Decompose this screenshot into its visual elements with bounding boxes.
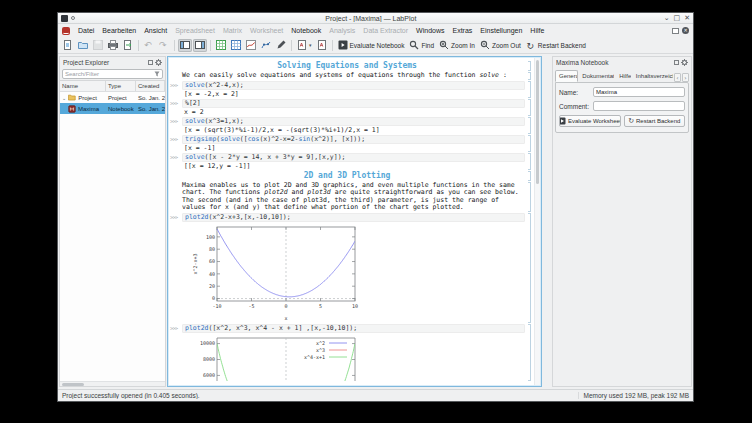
cell-bracket[interactable] <box>528 135 531 152</box>
command-code[interactable]: plot2d(x^2-x+3,[x,-10,10]); <box>182 213 525 222</box>
memory-status: Memory used 192 MB, peak 192 MB <box>578 392 690 399</box>
svg-text:x^2: x^2 <box>316 339 325 345</box>
command-code[interactable]: solve(x^2-4,x); <box>182 81 525 90</box>
dock-float-icon[interactable] <box>674 60 679 65</box>
cell-bracket[interactable] <box>528 99 531 116</box>
menu-item-datei[interactable]: Datei <box>74 26 98 35</box>
menu-item-einstellungen[interactable]: Einstellungen <box>476 26 526 35</box>
search-input[interactable] <box>65 71 154 77</box>
maximize-button[interactable]: □ <box>674 15 681 22</box>
tab-scroll-left-icon[interactable]: ‹ <box>674 73 681 82</box>
tab-general[interactable]: General <box>555 70 578 82</box>
cell-bracket[interactable] <box>528 153 531 170</box>
evaluate-notebook-button[interactable]: Evaluate Notebook <box>336 39 407 52</box>
menu-item-ansicht[interactable]: Ansicht <box>140 26 171 35</box>
menu-item-notebook[interactable]: Notebook <box>287 26 325 35</box>
command-code[interactable]: %[2] <box>182 99 525 108</box>
command-entry[interactable]: >>>%[2] <box>169 99 525 108</box>
find-button[interactable]: Find <box>407 39 436 52</box>
new-project-button[interactable] <box>61 39 75 52</box>
tab-scroll-right-icon[interactable]: › <box>682 73 689 82</box>
caret-down-icon[interactable]: ⌄ <box>62 95 66 101</box>
zoom-out-button[interactable]: Zoom Out <box>478 39 523 52</box>
cell-bracket[interactable] <box>528 72 531 80</box>
tree-row-maxima[interactable]: MaximaNotebookSo. Jan. 2 18: <box>60 103 165 114</box>
new-worksheet-button[interactable] <box>244 39 258 52</box>
print-button[interactable] <box>106 39 120 52</box>
notebook-text-cell[interactable]: We can easily solve equations and system… <box>182 72 525 80</box>
command-entry[interactable]: >>>solve(x^2-4,x); <box>169 81 525 90</box>
mdi-restore-icon[interactable] <box>672 28 679 34</box>
svg-text:60: 60 <box>209 258 215 264</box>
comment-field[interactable] <box>593 101 685 111</box>
menu-item-hilfe[interactable]: Hilfe <box>526 26 548 35</box>
gear-icon[interactable] <box>681 59 688 66</box>
cell-bracket[interactable] <box>528 117 531 134</box>
export-button[interactable] <box>121 39 135 52</box>
tree-column-header-created[interactable]: Created <box>136 81 165 91</box>
tree-column-header-name[interactable]: Name <box>60 81 106 91</box>
tree-cell-created: So. Jan. 2 18: <box>136 95 165 101</box>
minimize-button[interactable]: ⌄ <box>664 15 670 22</box>
toggle-project-explorer-button[interactable] <box>178 39 192 52</box>
new-spreadsheet-button[interactable] <box>214 39 228 52</box>
filter-icon[interactable] <box>154 71 160 77</box>
toggle-properties-explorer-button[interactable] <box>193 39 207 52</box>
name-label: Name: <box>559 89 593 96</box>
open-project-button[interactable] <box>76 39 90 52</box>
tab-hilfe[interactable]: Hilfe <box>615 70 632 82</box>
name-field[interactable] <box>593 87 685 97</box>
command-entry[interactable]: >>>trigsimp(solve([cos(x)^2-x=2-sin(x^2)… <box>169 135 525 144</box>
properties-dock: Maxima Notebook GeneralDokumentationHilf… <box>552 56 692 387</box>
notebook-text-cell[interactable]: Maxima enables us to plot 2D and 3D grap… <box>182 182 525 212</box>
command-entry[interactable]: >>>solve(x^3=1,x); <box>169 117 525 126</box>
tree-cell-type: Notebook <box>106 106 136 112</box>
cell-bracket[interactable] <box>528 213 531 323</box>
menu-item-bearbeiten[interactable]: Bearbeiten <box>98 26 140 35</box>
command-entry[interactable]: >>>plot2d([x^2, x^3, x^4 - x + 1] ,[x,-1… <box>169 324 525 333</box>
command-entry[interactable]: >>>plot2d(x^2-x+3,[x,-10,10]); <box>169 213 525 222</box>
new-live-data-button[interactable] <box>274 39 288 52</box>
cell-bracket[interactable] <box>528 324 531 381</box>
tab-dokumentation[interactable]: Dokumentation <box>578 70 615 82</box>
svg-text:40: 40 <box>209 270 215 276</box>
close-button[interactable]: ✕ <box>684 15 690 22</box>
project-explorer-hscrollbar[interactable] <box>60 381 165 386</box>
command-code[interactable]: trigsimp(solve([cos(x)^2-x=2-sin(x^2)], … <box>182 135 525 144</box>
cell-bracket[interactable] <box>528 81 531 98</box>
zoom-in-button[interactable]: Zoom In <box>437 39 477 52</box>
command-prompt: >>> <box>169 99 182 108</box>
gear-icon[interactable] <box>155 59 162 66</box>
zoom-in-button-label: Zoom In <box>451 42 475 49</box>
restart-backend-button[interactable]: ↻Restart Backend <box>524 39 588 52</box>
notebook-vscrollbar[interactable] <box>534 58 540 385</box>
new-datapicker-button[interactable] <box>259 39 273 52</box>
cell-bracket[interactable] <box>528 61 531 71</box>
tree-row-project[interactable]: ⌄ProjectProjectSo. Jan. 2 18: <box>60 92 165 103</box>
command-code[interactable]: solve(x^3=1,x); <box>182 117 525 126</box>
status-bar: Project successfully opened (in 0.405 se… <box>58 389 693 401</box>
notebook-block: Solving Equations and Systems <box>169 61 533 71</box>
tree-header-row[interactable]: NameTypeCreated <box>60 81 165 92</box>
restart-backend-button[interactable]: ↻ Restart Backend <box>624 115 686 127</box>
panel-right-icon <box>195 40 205 50</box>
save-project-button <box>91 39 105 52</box>
command-prompt: >>> <box>169 117 182 126</box>
new-matrix-button[interactable] <box>229 39 243 52</box>
new-notebook-alt-button[interactable] <box>315 39 329 52</box>
tab-inhaltsverzeichnis[interactable]: Inhaltsverzeichnis <box>632 70 674 82</box>
notebook-heading: 2D and 3D Plotting <box>169 171 525 181</box>
menu-item-extras[interactable]: Extras <box>448 26 476 35</box>
mdi-close-icon[interactable]: ✕ <box>682 27 689 34</box>
command-entry[interactable]: >>>solve([x - 2*y = 14, x + 3*y = 9],[x,… <box>169 153 525 162</box>
cell-bracket[interactable] <box>528 171 531 181</box>
tree-column-header-type[interactable]: Type <box>106 81 136 91</box>
cell-bracket[interactable] <box>528 182 531 212</box>
command-code[interactable]: plot2d([x^2, x^3, x^4 - x + 1] ,[x,-10,1… <box>182 324 525 333</box>
menu-item-windows[interactable]: Windows <box>412 26 448 35</box>
notebook-worksheet[interactable]: Solving Equations and SystemsWe can easi… <box>169 58 533 385</box>
evaluate-worksheet-button[interactable]: Evaluate Worksheet <box>559 115 621 127</box>
dock-float-icon[interactable] <box>148 60 153 65</box>
new-notebook-button[interactable]: ▾ <box>295 39 314 52</box>
command-code[interactable]: solve([x - 2*y = 14, x + 3*y = 9],[x,y])… <box>182 153 525 162</box>
